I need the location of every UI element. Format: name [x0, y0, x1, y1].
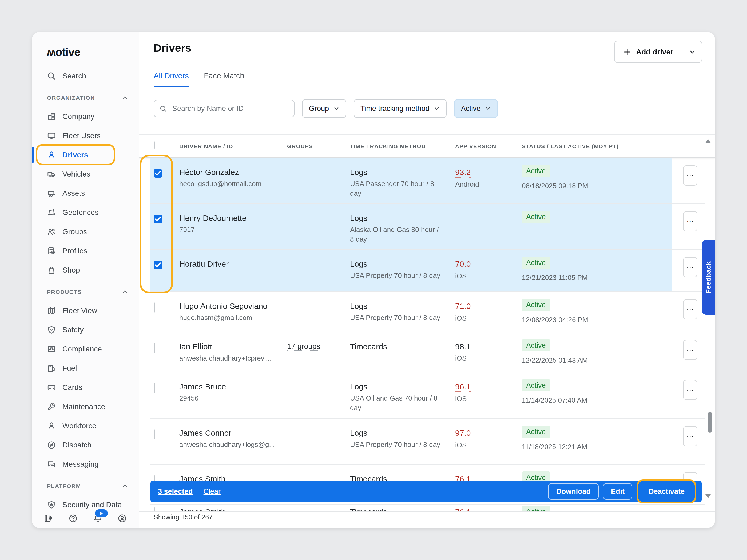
app-version-link[interactable]: 71.0 [455, 301, 471, 312]
last-active-timestamp: 12/08/2023 04:26 PM [522, 316, 639, 324]
sidebar-item-drivers[interactable]: Drivers [32, 145, 139, 164]
driver-name[interactable]: Héctor Gonzalez [179, 167, 284, 177]
row-checkbox[interactable] [154, 344, 155, 353]
compliance-icon [47, 344, 56, 353]
sidebar-item-workforce[interactable]: Workforce [32, 416, 139, 435]
row-menu-button[interactable]: ⋯ [683, 426, 697, 446]
groups-cell: 17 groups [287, 341, 346, 351]
unchecked-checkbox [154, 429, 155, 439]
sidebar-item-fuel[interactable]: Fuel [32, 358, 139, 378]
table-row: Horatiu DriverLogsUSA Property 70 hour /… [139, 249, 715, 292]
sidebar-item-geofences[interactable]: Geofences [32, 203, 139, 222]
scrollbar-thumb[interactable] [708, 412, 712, 432]
profiles-icon [47, 246, 56, 255]
driver-name[interactable]: Henry DeJournette [179, 213, 284, 223]
tab-all-drivers[interactable]: All Drivers [154, 72, 189, 86]
filter-active[interactable]: Active [454, 99, 498, 118]
groups-link[interactable]: 17 groups [287, 342, 320, 351]
driver-name[interactable]: James Smith [179, 507, 284, 512]
sidebar-item-fleet-view[interactable]: Fleet View [32, 301, 139, 320]
filter-bar: GroupTime tracking methodActive [154, 99, 497, 118]
status-badge: Active [522, 165, 550, 177]
sidebar-item-fleet-users[interactable]: Fleet Users [32, 126, 139, 145]
row-menu-button[interactable]: ⋯ [683, 165, 697, 186]
sidebar-item-cards[interactable]: Cards [32, 378, 139, 397]
sidebar-item-company[interactable]: Company [32, 107, 139, 126]
row-checkbox[interactable] [154, 430, 155, 439]
driver-search-input[interactable] [171, 104, 289, 113]
filter-dropdowns: GroupTime tracking methodActive [302, 99, 497, 118]
driver-search-box[interactable] [154, 100, 294, 117]
logbook-location-icon[interactable] [44, 514, 53, 523]
fuel-icon [47, 364, 56, 373]
row-menu-button[interactable]: ⋯ [683, 257, 697, 277]
column-header: TIME TRACKING METHOD [350, 143, 426, 149]
sidebar-section-platform: PLATFORM [32, 474, 139, 495]
bell-icon[interactable]: 9 [93, 514, 102, 523]
row-checkbox[interactable] [154, 261, 162, 269]
sidebar-item-compliance[interactable]: Compliance [32, 339, 139, 358]
tracking-method-detail: Alaska Oil and Gas 80 hour / 8 day [350, 225, 444, 244]
sidebar-item-safety[interactable]: Safety [32, 320, 139, 339]
row-menu-button[interactable]: ⋯ [683, 340, 697, 360]
sidebar-item-label: Company [62, 112, 95, 121]
app-version-link[interactable]: 76.1 [455, 507, 471, 512]
row-checkbox[interactable] [154, 169, 162, 177]
feedback-tab[interactable]: Feedback [702, 240, 715, 315]
add-driver-button[interactable]: Add driver [615, 41, 682, 62]
row-checkbox[interactable] [154, 303, 155, 313]
sidebar-item-assets[interactable]: Assets [32, 184, 139, 203]
app-version-link[interactable]: 93.2 [455, 167, 471, 178]
scroll-up-arrow[interactable] [705, 139, 711, 143]
driver-name[interactable]: James Connor [179, 428, 284, 438]
chevron-up-icon [122, 95, 128, 101]
tab-face-match[interactable]: Face Match [204, 72, 244, 86]
sidebar-item-label: Assets [62, 189, 85, 197]
driver-name[interactable]: James Bruce [179, 381, 284, 392]
row-menu-button[interactable]: ⋯ [683, 211, 697, 232]
account-icon[interactable] [118, 514, 127, 523]
sidebar-item-groups[interactable]: Groups [32, 222, 139, 241]
filter-time-tracking-method[interactable]: Time tracking method [354, 99, 446, 118]
status-cell: Active [522, 211, 639, 223]
driver-name[interactable]: Horatiu Driver [179, 259, 284, 269]
fleet-users-icon [47, 131, 56, 140]
edit-button[interactable]: Edit [603, 483, 633, 500]
app-version-link[interactable]: 70.0 [455, 259, 471, 269]
unchecked-checkbox [154, 343, 155, 353]
row-checkbox[interactable] [154, 215, 162, 223]
sidebar-item-search[interactable]: Search [32, 66, 139, 85]
sidebar-item-messaging[interactable]: Messaging [32, 454, 139, 474]
sidebar-item-profiles[interactable]: Profiles [32, 241, 139, 260]
help-icon[interactable] [68, 514, 78, 523]
app-version-link[interactable]: 97.0 [455, 428, 471, 438]
selected-count-link[interactable]: 3 selected [158, 487, 193, 496]
download-button[interactable]: Download [548, 483, 599, 500]
driver-name[interactable]: Hugo Antonio Segoviano [179, 301, 284, 311]
tracking-method: Logs [350, 301, 444, 311]
sidebar-item-vehicles[interactable]: Vehicles [32, 164, 139, 184]
tracking-method: Timecards [350, 341, 444, 351]
sidebar-item-dispatch[interactable]: Dispatch [32, 435, 139, 454]
driver-name[interactable]: Ian Elliott [179, 341, 284, 351]
select-all-checkbox[interactable] [154, 142, 155, 148]
sidebar-item-shop[interactable]: Shop [32, 260, 139, 279]
row-checkbox[interactable] [154, 383, 155, 393]
driver-name-cell: Ian Elliottanwesha.chaudhary+tcprevi... [179, 341, 284, 363]
scroll-down-arrow[interactable] [705, 495, 711, 498]
sidebar-item-maintenance[interactable]: Maintenance [32, 397, 139, 416]
row-menu-button[interactable]: ⋯ [683, 380, 697, 400]
clear-selection-link[interactable]: Clear [204, 487, 221, 496]
app-version-link[interactable]: 96.1 [455, 381, 471, 392]
driver-id: anwesha.chaudhary+tcprevi... [179, 354, 284, 363]
motive-logo: ʍotive [47, 46, 139, 61]
filter-group[interactable]: Group [302, 99, 346, 118]
table-body: Héctor Gonzalezheco_gsdup@hotmail.comLog… [139, 158, 715, 512]
time-tracking-cell: Timecards [350, 507, 444, 512]
deactivate-button[interactable]: Deactivate [641, 483, 693, 500]
add-driver-caret-button[interactable] [682, 41, 702, 62]
row-checkbox[interactable] [154, 508, 155, 512]
row-menu-button[interactable]: ⋯ [683, 299, 697, 319]
status-cell: Active12/08/2023 04:26 PM [522, 299, 639, 324]
platform-label: iOS [455, 314, 509, 322]
